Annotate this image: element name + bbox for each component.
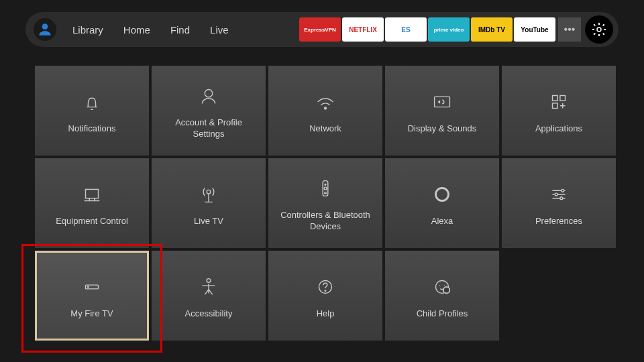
- wifi-icon: [313, 87, 338, 117]
- app-imdbtv[interactable]: IMDb TV: [471, 17, 513, 42]
- svg-point-1: [597, 27, 601, 32]
- antenna-icon: [196, 180, 221, 209]
- tile-remote[interactable]: Controllers & Bluetooth Devices: [268, 158, 382, 248]
- tile-wifi[interactable]: Network: [268, 66, 382, 156]
- person-icon: [196, 272, 221, 302]
- person-icon: [36, 21, 54, 38]
- svg-point-21: [325, 290, 326, 291]
- tile-child[interactable]: Child Profiles: [385, 251, 499, 341]
- svg-point-9: [207, 190, 211, 194]
- tile-bell[interactable]: Notifications: [35, 66, 149, 156]
- svg-point-2: [205, 90, 212, 97]
- tile-user[interactable]: Account & Profile Settings: [152, 66, 266, 156]
- tile-help[interactable]: Help: [268, 251, 382, 341]
- app-tiles: ExpressVPN NETFLIX ES prime video IMDb T…: [299, 15, 613, 44]
- app-expressvpn[interactable]: ExpressVPN: [299, 17, 341, 42]
- device-icon: [79, 272, 105, 302]
- tile-monitor[interactable]: Equipment Control: [35, 158, 149, 248]
- more-apps-button[interactable]: •••: [558, 17, 581, 42]
- nav-home[interactable]: Home: [123, 24, 150, 36]
- svg-point-3: [325, 107, 327, 109]
- svg-rect-5: [553, 95, 558, 101]
- alexa-icon: [429, 180, 455, 209]
- tile-antenna[interactable]: Live TV: [152, 158, 266, 248]
- tile-label: Alexa: [425, 216, 460, 227]
- svg-rect-7: [553, 103, 558, 108]
- tile-person[interactable]: Accessibility: [152, 251, 266, 341]
- tile-label: Equipment Control: [49, 216, 135, 227]
- tile-label: Preferences: [529, 216, 589, 227]
- svg-point-15: [555, 193, 557, 196]
- svg-rect-4: [435, 97, 450, 107]
- tile-label: Help: [310, 308, 341, 320]
- tile-label: Display & Sounds: [401, 123, 484, 135]
- top-nav-bar: Library Home Find Live ExpressVPN NETFLI…: [25, 12, 619, 47]
- tile-sliders[interactable]: Preferences: [502, 158, 616, 248]
- help-icon: [313, 272, 338, 302]
- svg-point-13: [436, 188, 449, 200]
- remote-icon: [313, 174, 338, 203]
- tile-label: Network: [303, 123, 348, 135]
- svg-rect-6: [560, 95, 566, 101]
- svg-rect-8: [86, 189, 99, 198]
- tile-apps[interactable]: Applications: [502, 66, 616, 156]
- svg-point-18: [88, 286, 89, 288]
- settings-grid: NotificationsAccount & Profile SettingsN…: [35, 66, 644, 341]
- tile-label: Controllers & Bluetooth Devices: [268, 210, 382, 233]
- app-youtube[interactable]: YouTube: [514, 17, 555, 42]
- user-icon: [196, 81, 221, 111]
- gear-icon: [591, 21, 607, 38]
- display-icon: [429, 87, 455, 117]
- nav-items: Library Home Find Live: [72, 24, 229, 36]
- monitor-icon: [79, 180, 105, 209]
- bell-icon: [79, 87, 105, 117]
- sliders-icon: [546, 180, 572, 209]
- app-netflix[interactable]: NETFLIX: [342, 17, 384, 42]
- child-icon: [429, 272, 455, 302]
- tile-device[interactable]: My Fire TV: [35, 251, 149, 341]
- settings-button[interactable]: [585, 15, 613, 44]
- apps-icon: [546, 87, 572, 117]
- tile-display[interactable]: Display & Sounds: [385, 66, 499, 156]
- tile-label: Account & Profile Settings: [152, 117, 266, 140]
- app-es[interactable]: ES: [385, 17, 427, 42]
- tile-label: Live TV: [187, 216, 230, 227]
- svg-point-11: [325, 184, 326, 185]
- nav-find[interactable]: Find: [170, 24, 190, 36]
- tile-alexa[interactable]: Alexa: [385, 158, 499, 248]
- tile-label: Child Profiles: [410, 308, 475, 320]
- tile-label: Applications: [529, 123, 589, 135]
- app-primevideo[interactable]: prime video: [428, 17, 470, 42]
- svg-point-12: [324, 187, 327, 190]
- tile-label: Accessibility: [178, 308, 239, 320]
- svg-point-16: [560, 196, 563, 199]
- tile-label: My Fire TV: [64, 308, 119, 320]
- svg-point-0: [42, 23, 48, 29]
- svg-point-19: [207, 278, 211, 282]
- nav-live[interactable]: Live: [210, 24, 229, 36]
- svg-point-14: [561, 189, 564, 192]
- profile-avatar[interactable]: [34, 18, 56, 41]
- tile-label: Notifications: [62, 123, 123, 135]
- nav-library[interactable]: Library: [72, 24, 103, 36]
